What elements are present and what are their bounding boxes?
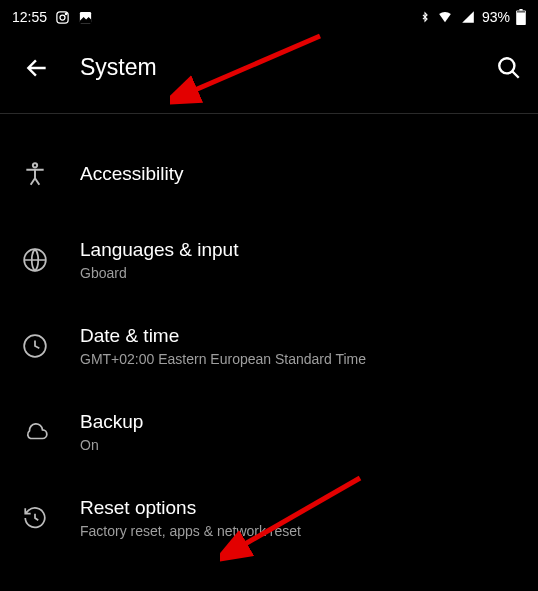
svg-rect-4	[516, 11, 526, 25]
row-text: Backup On	[80, 411, 522, 453]
battery-percent: 93%	[482, 9, 510, 25]
svg-point-2	[65, 13, 66, 14]
row-subtitle: GMT+02:00 Eastern European Standard Time	[80, 351, 522, 367]
row-reset[interactable]: Reset options Factory reset, apps & netw…	[0, 482, 538, 554]
svg-rect-5	[519, 9, 522, 11]
row-datetime[interactable]: Date & time GMT+02:00 Eastern European S…	[0, 310, 538, 382]
instagram-icon	[55, 10, 70, 25]
page-title: System	[64, 54, 482, 81]
back-button[interactable]	[24, 55, 64, 81]
status-left: 12:55	[12, 9, 93, 25]
row-label: Languages & input	[80, 239, 522, 261]
cloud-icon	[22, 419, 80, 445]
signal-icon	[460, 10, 476, 24]
svg-rect-6	[517, 11, 525, 12]
accessibility-icon	[22, 161, 80, 187]
app-header: System	[0, 28, 538, 107]
row-label: Accessibility	[80, 163, 522, 185]
image-icon	[78, 10, 93, 25]
row-subtitle: Factory reset, apps & network reset	[80, 523, 522, 539]
row-text: Accessibility	[80, 163, 522, 185]
row-label: Backup	[80, 411, 522, 433]
svg-point-1	[60, 15, 65, 20]
row-label: Date & time	[80, 325, 522, 347]
status-right: 93%	[420, 9, 526, 25]
row-label: Reset options	[80, 497, 522, 519]
clock-icon	[22, 333, 80, 359]
bluetooth-icon	[420, 9, 430, 25]
row-languages[interactable]: Languages & input Gboard	[0, 224, 538, 296]
battery-icon	[516, 9, 526, 25]
search-button[interactable]	[482, 55, 522, 81]
row-text: Date & time GMT+02:00 Eastern European S…	[80, 325, 522, 367]
row-accessibility[interactable]: Accessibility	[0, 138, 538, 210]
status-time: 12:55	[12, 9, 47, 25]
row-text: Languages & input Gboard	[80, 239, 522, 281]
status-bar: 12:55 93%	[0, 0, 538, 28]
svg-point-7	[499, 58, 514, 73]
svg-point-8	[33, 163, 37, 167]
wifi-icon	[436, 10, 454, 24]
row-text: Reset options Factory reset, apps & netw…	[80, 497, 522, 539]
globe-icon	[22, 247, 80, 273]
restore-icon	[22, 505, 80, 531]
row-backup[interactable]: Backup On	[0, 396, 538, 468]
settings-list: Accessibility Languages & input Gboard D…	[0, 114, 538, 554]
row-subtitle: On	[80, 437, 522, 453]
row-subtitle: Gboard	[80, 265, 522, 281]
